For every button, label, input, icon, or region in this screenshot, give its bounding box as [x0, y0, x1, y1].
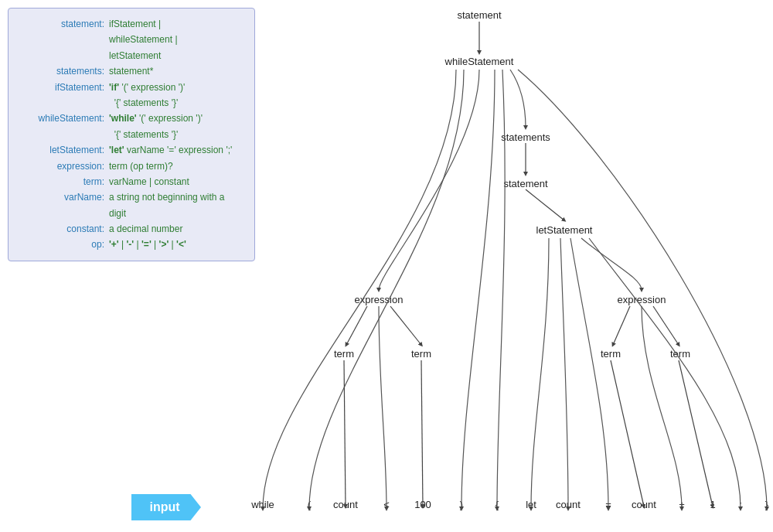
grammar-val-statement: ifStatement | whileStatement | letStatem… [109, 16, 178, 63]
grammar-val-statements: statement* [109, 63, 153, 79]
token-count2: count [556, 499, 581, 510]
grammar-key-statements: statements: [19, 63, 104, 79]
grammar-key-if: ifStatement: [19, 80, 104, 111]
grammar-val-if: 'if' '(' expression ')' '{' statements '… [109, 80, 185, 111]
token-lparen: ( [308, 499, 311, 510]
node-letstatement: letStatement [536, 224, 593, 236]
svg-line-6 [653, 306, 679, 345]
token-1: 1 [710, 499, 715, 510]
node-term-2a: term [601, 348, 621, 360]
token-lbrace: { [495, 499, 499, 510]
token-semi: ; [739, 499, 742, 510]
node-statement-top: statement [457, 9, 501, 21]
grammar-val-op: '+' | '-' | '=' | '>' | '<' [109, 237, 186, 252]
svg-line-9 [611, 360, 644, 506]
grammar-box: statement: ifStatement | whileStatement … [8, 8, 255, 261]
grammar-key-let: letStatement: [19, 142, 104, 158]
svg-line-2 [526, 189, 564, 220]
grammar-key-expression: expression: [19, 159, 104, 174]
svg-line-4 [390, 306, 421, 345]
svg-line-3 [346, 306, 367, 345]
grammar-row-if: ifStatement: 'if' '(' expression ')' '{'… [19, 80, 243, 111]
token-100: 100 [414, 499, 431, 510]
grammar-val-expression: term (op term)? [109, 159, 173, 174]
token-count1: count [333, 499, 358, 510]
grammar-key-constant: constant: [19, 221, 104, 237]
grammar-key-term: term: [19, 174, 104, 189]
grammar-key-while: whileStatement: [19, 111, 104, 142]
grammar-row-varname: varName: a string not beginning with a d… [19, 189, 243, 221]
grammar-val-constant: a decimal number [109, 221, 182, 237]
grammar-key-varname: varName: [19, 189, 104, 221]
grammar-row-let: letStatement: 'let' varName '=' expressi… [19, 142, 243, 158]
input-arrow-container: input [131, 494, 201, 520]
grammar-val-term: varName | constant [109, 174, 189, 189]
grammar-row-constant: constant: a decimal number [19, 221, 243, 237]
grammar-row-statement: statement: ifStatement | whileStatement … [19, 16, 243, 63]
svg-line-10 [679, 360, 713, 506]
node-term-1b: term [411, 348, 431, 360]
node-whilestatement: whileStatement [445, 56, 514, 67]
svg-line-7 [344, 360, 346, 506]
token-lt: < [383, 499, 390, 510]
grammar-key-statement: statement: [19, 16, 104, 63]
node-statement-second: statement [503, 178, 547, 189]
token-plus: + [679, 499, 685, 510]
node-term-2b: term [670, 348, 690, 360]
token-while: while [251, 499, 274, 510]
svg-line-5 [613, 306, 630, 345]
token-count3: count [632, 499, 656, 510]
grammar-row-op: op: '+' | '-' | '=' | '>' | '<' [19, 237, 243, 252]
svg-line-8 [421, 360, 423, 506]
token-rbrace: } [765, 499, 768, 510]
grammar-val-while: 'while' '(' expression ')' '{' statement… [109, 111, 203, 142]
input-label: input [149, 500, 179, 513]
grammar-row-statements: statements: statement* [19, 63, 243, 79]
grammar-val-varname: a string not beginning with a digit [109, 189, 243, 221]
grammar-val-let: 'let' varName '=' expression ';' [109, 142, 232, 158]
node-statements: statements [501, 131, 550, 143]
node-expression-left: expression [355, 294, 404, 305]
grammar-row-term: term: varName | constant [19, 174, 243, 189]
grammar-row-expression: expression: term (op term)? [19, 159, 243, 174]
grammar-row-while: whileStatement: 'while' '(' expression '… [19, 111, 243, 142]
token-rparen: ) [460, 499, 463, 510]
grammar-key-op: op: [19, 237, 104, 252]
token-let: let [526, 499, 536, 510]
input-arrow: input [131, 494, 201, 520]
token-eq: = [605, 499, 611, 510]
node-term-1a: term [334, 348, 354, 360]
node-expression-right: expression [618, 294, 666, 305]
